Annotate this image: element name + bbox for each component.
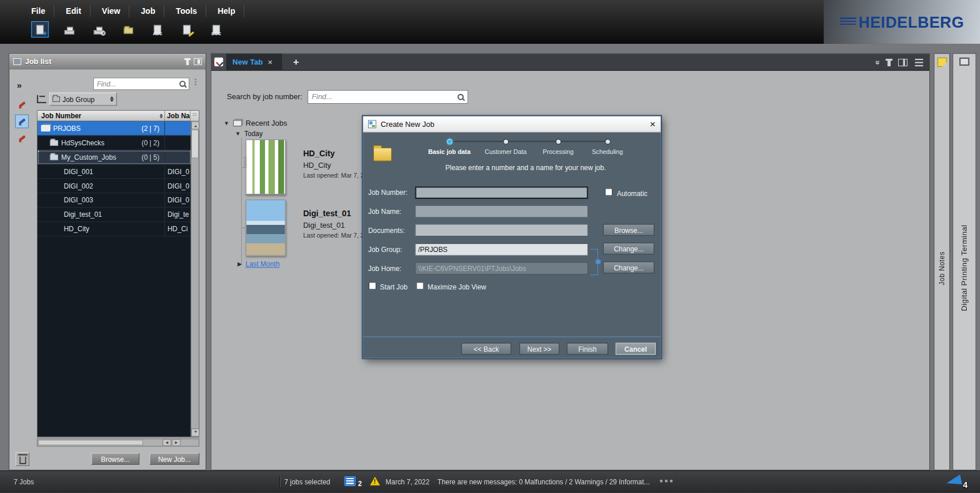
finish-button[interactable]: Finish [567, 343, 608, 355]
application-window: File Edit View Job Tools Help + ABC DOC … [0, 0, 980, 493]
print-job-icon[interactable] [60, 21, 78, 37]
new-job-icon[interactable]: + [31, 21, 48, 37]
tab-home[interactable] [211, 54, 227, 70]
job-row[interactable]: HD_City HD_Ci [37, 222, 191, 236]
layout-stack-icon[interactable] [915, 58, 923, 66]
job-thumbnail-digi-test[interactable] [245, 200, 285, 256]
terminal-label: Digital Printing Terminal [960, 224, 968, 311]
folder-icon [52, 96, 60, 102]
tab-new-tab[interactable]: New Tab × [227, 54, 282, 70]
add-tab-button[interactable]: + [293, 57, 299, 68]
job-row[interactable]: My_Custom_Jobs(0 | 5) [37, 150, 191, 164]
back-button[interactable]: << Back [461, 343, 512, 355]
job-row[interactable]: DIGI_003 DIGI_0 [37, 193, 191, 208]
maximize-job-view-checkbox[interactable] [416, 282, 423, 289]
automatic-checkbox[interactable] [605, 189, 612, 196]
column-config-icon[interactable] [191, 111, 199, 121]
menu-job[interactable]: Job [141, 5, 164, 17]
digital-printing-terminal-tab[interactable]: Digital Printing Terminal [952, 53, 976, 471]
job-row[interactable]: DIGI_001 DIGI_0 [37, 164, 191, 179]
expander-icon[interactable]: ▶ [237, 261, 242, 267]
cancel-button[interactable]: Cancel [616, 343, 656, 355]
expander-icon[interactable]: ▼ [235, 131, 241, 137]
messages-icon[interactable] [345, 476, 356, 486]
new-job-button[interactable]: New Job... [149, 453, 199, 465]
messages-count-badge: 2 [358, 480, 362, 487]
marker-red-icon[interactable] [15, 97, 29, 111]
job-row[interactable]: HdSysChecks(0 | 2) [37, 136, 191, 150]
change-job-home-button[interactable]: Change... [603, 261, 654, 273]
scrollbar-thumb[interactable] [191, 130, 199, 159]
pin-panel-icon[interactable] [186, 58, 188, 65]
job-notes-tab[interactable]: Job Notes [934, 53, 950, 471]
last-month-node[interactable]: ▶ Last Month [237, 260, 279, 268]
column-header-job-name[interactable]: Job Name [165, 111, 190, 121]
notification-icon[interactable]: 4 [946, 473, 967, 490]
tree-line [241, 138, 242, 264]
pin-icon[interactable] [887, 58, 890, 66]
scrollbar-thumb[interactable] [38, 440, 143, 446]
job-number-search-input[interactable] [311, 92, 457, 101]
folder-icon [50, 140, 58, 145]
float-panel-icon[interactable] [194, 58, 202, 65]
dialog-title-bar[interactable]: Create New Job × [363, 116, 660, 133]
close-icon[interactable]: × [650, 120, 656, 129]
hotfolder-icon[interactable] [119, 21, 137, 37]
spinner-icon [110, 94, 114, 104]
browse-button[interactable]: Browse... [91, 453, 139, 465]
scroll-up-icon[interactable] [191, 121, 199, 129]
sort-icon[interactable] [160, 112, 162, 119]
documents-field[interactable] [415, 224, 588, 236]
jobs-stack-icon [41, 125, 50, 131]
recent-jobs-node[interactable]: ▼ Recent Jobs [224, 119, 287, 127]
marker-blue-icon[interactable] [15, 115, 29, 129]
today-node[interactable]: ▼ Today [235, 130, 263, 138]
documents-input[interactable] [418, 224, 585, 236]
panel-grip-icon[interactable] [195, 79, 196, 85]
job-row[interactable]: DIGI_002 DIGI_0 [37, 179, 191, 193]
menu-file[interactable]: File [31, 5, 55, 17]
dialog-footer-separator [363, 337, 660, 337]
scroll-right-icon[interactable]: ▸ [172, 439, 180, 446]
menu-help[interactable]: Help [218, 5, 245, 17]
menu-edit[interactable]: Edit [66, 5, 90, 17]
menu-view[interactable]: View [102, 5, 130, 17]
terminal-icon [959, 58, 969, 66]
change-job-group-button[interactable]: Change... [603, 243, 654, 255]
status-message[interactable]: There are new messages: 0 Malfunctions /… [437, 478, 649, 486]
document-icon[interactable]: DOC [207, 21, 225, 37]
grip-icon[interactable] [660, 480, 673, 482]
vertical-scrollbar[interactable] [191, 121, 199, 436]
scroll-down-icon[interactable] [191, 428, 199, 436]
split-view-icon[interactable] [898, 58, 907, 66]
next-button[interactable]: Next >> [519, 343, 559, 355]
wizard-step-processing [555, 139, 561, 145]
preflight-icon[interactable]: ABC [149, 21, 166, 37]
group-by-icon[interactable] [37, 95, 46, 103]
edit-marks-icon[interactable] [178, 21, 195, 37]
scroll-left-icon[interactable]: ◂ [162, 439, 171, 446]
browse-documents-button[interactable]: Browse... [603, 224, 654, 236]
wizard-step-basic-job-data [447, 139, 453, 145]
job-thumbnail-hd-city[interactable]: START [245, 140, 285, 194]
job-row[interactable]: PRJOBS(2 | 7) [37, 121, 191, 136]
job-list-search-input[interactable] [96, 80, 179, 88]
job-name-input[interactable] [418, 206, 585, 217]
job-number-field[interactable] [415, 186, 588, 199]
job-settings-icon[interactable] [90, 21, 107, 37]
collapse-panel-button[interactable]: » [17, 80, 21, 90]
marker-red2-icon[interactable] [15, 131, 29, 145]
job-name-field[interactable] [415, 205, 588, 218]
delete-job-button[interactable] [16, 452, 29, 466]
start-job-checkbox[interactable] [369, 282, 376, 289]
job-number-input[interactable] [418, 189, 586, 198]
close-tab-icon[interactable]: × [268, 58, 273, 66]
expander-icon[interactable]: ▼ [224, 120, 229, 126]
chevron-double-down-icon[interactable]: » [874, 60, 881, 65]
column-header-job-number[interactable]: Job Number [37, 111, 165, 121]
horizontal-scrollbar[interactable]: ◂ ▸ [37, 438, 199, 446]
job-group-field[interactable]: /PRJOBS [415, 243, 588, 256]
job-group-selector[interactable]: Job Group [50, 93, 117, 106]
job-row[interactable]: Digi_test_01 Digi_te [37, 208, 191, 222]
menu-tools[interactable]: Tools [176, 5, 206, 17]
